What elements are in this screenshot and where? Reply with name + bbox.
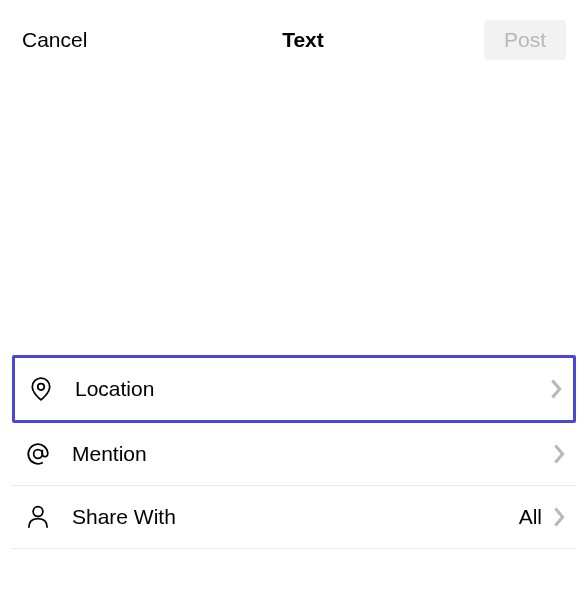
svg-point-0 — [38, 384, 45, 391]
person-icon — [24, 504, 52, 530]
svg-point-1 — [34, 450, 43, 459]
share-with-label: Share With — [72, 505, 519, 529]
post-button[interactable]: Post — [484, 20, 566, 60]
header-bar: Cancel Text Post — [0, 0, 588, 80]
mention-label: Mention — [72, 442, 552, 466]
share-with-value: All — [519, 505, 542, 529]
chevron-right-icon — [552, 443, 566, 465]
chevron-right-icon — [549, 378, 563, 400]
share-with-row[interactable]: Share With All — [12, 486, 576, 549]
options-list: Location Mention Share With All — [0, 355, 588, 549]
location-label: Location — [75, 377, 549, 401]
page-title: Text — [282, 28, 324, 52]
chevron-right-icon — [552, 506, 566, 528]
at-sign-icon — [24, 441, 52, 467]
cancel-button[interactable]: Cancel — [22, 28, 122, 52]
mention-row[interactable]: Mention — [12, 423, 576, 486]
location-row[interactable]: Location — [12, 355, 576, 423]
location-pin-icon — [27, 376, 55, 402]
svg-point-2 — [33, 507, 43, 517]
text-compose-area[interactable] — [0, 80, 588, 355]
